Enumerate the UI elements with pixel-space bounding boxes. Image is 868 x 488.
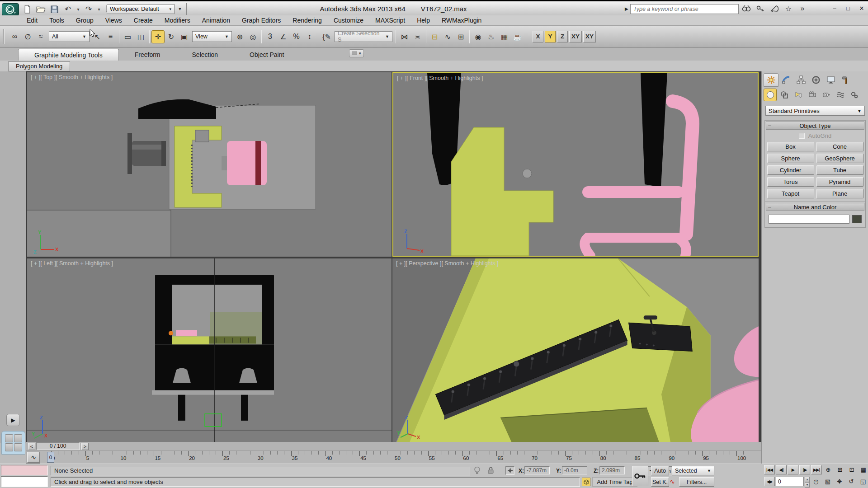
workspace-selector[interactable]: Workspace: Default ▾ (107, 4, 175, 14)
redo-dropdown-icon[interactable]: ▾ (97, 7, 101, 12)
menu-item[interactable]: Help (411, 15, 436, 26)
viewport-perspective[interactable]: [ + ][ Perspective ][ Smooth + Highlight… (392, 258, 759, 442)
track-bar[interactable]: ∿ 05101520253035404550556065707580859095… (26, 451, 761, 464)
viewport-front[interactable]: [ + ][ Front ][ Smooth + Highlights ] Z … (392, 72, 759, 257)
close-button[interactable]: ✕ (857, 4, 866, 13)
previous-frame-button[interactable]: ◀|| (776, 465, 787, 474)
frame-spinner[interactable]: ▲▼ (805, 477, 810, 486)
viewport-top[interactable]: [ + ][ Top ][ Smooth + Highlights ] Y X … (27, 72, 392, 257)
window-crossing-toggle-icon[interactable]: ◫ (134, 30, 147, 43)
subtab-lights[interactable] (792, 89, 805, 101)
go-to-start-button[interactable]: |◀◀ (764, 465, 775, 474)
workspace-menu-button[interactable]: ▼ (176, 5, 184, 13)
render-production-icon[interactable]: ☕ (511, 30, 524, 43)
pan-hand-icon[interactable]: ✥ (834, 477, 845, 486)
current-frame-indicator[interactable]: 0 (47, 452, 54, 463)
use-pivot-point-center-icon[interactable]: ⊕ (233, 30, 246, 43)
unlink-selection-icon[interactable]: ∅ (21, 30, 34, 43)
object-type-rollout-header[interactable]: – Object Type (766, 122, 864, 130)
menu-item[interactable]: MAXScript (369, 15, 411, 26)
select-by-name-icon[interactable]: ≡ (104, 30, 117, 43)
menu-item[interactable]: Animation (196, 15, 236, 26)
subtab-systems[interactable] (848, 89, 861, 101)
object-type-button[interactable]: Tube (816, 165, 863, 175)
communication-center-icon[interactable] (769, 3, 779, 14)
selection-lock-icon[interactable] (487, 466, 494, 476)
select-and-link-icon[interactable]: ∞ (8, 30, 21, 43)
filters-button[interactable]: Filters... (679, 477, 714, 487)
maxscript-macro-recorder-pane[interactable] (1, 465, 48, 475)
material-editor-icon[interactable]: ◉ (472, 30, 485, 43)
reference-coordinate-system-dropdown[interactable]: View ▼ (192, 31, 232, 42)
key-mode-toggle-button[interactable]: ◀▶ (764, 477, 775, 486)
search-icon[interactable] (741, 3, 751, 14)
maximize-viewport-toggle-icon[interactable]: ◱ (858, 477, 868, 486)
viewport-label-top[interactable]: [ + ][ Top ][ Smooth + Highlights ] (31, 74, 113, 80)
bind-to-space-warp-icon[interactable]: ≈ (34, 30, 47, 43)
menu-item[interactable]: Modifiers (159, 15, 196, 26)
subtab-geometry[interactable] (764, 89, 777, 101)
menu-item[interactable]: Edit (21, 15, 43, 26)
mini-curve-editor-button[interactable]: ∿ (27, 452, 40, 463)
x-coord-field[interactable]: -7.087m (524, 466, 550, 474)
current-frame-field[interactable]: 0 (776, 477, 804, 486)
menu-item[interactable]: Group (70, 15, 99, 26)
tab-modify[interactable] (778, 73, 793, 87)
select-and-move-icon[interactable]: ✛ (151, 30, 165, 43)
add-time-tag[interactable]: Add Time Tag (592, 477, 637, 487)
set-keys-button[interactable] (632, 466, 648, 486)
maxscript-listener-pane[interactable] (1, 476, 48, 487)
infocenter-search[interactable] (630, 4, 739, 14)
dock-expand-arrow-icon[interactable]: ▶ (6, 414, 20, 426)
auto-key-button[interactable]: Auto (651, 466, 669, 475)
zoom-extents-icon[interactable]: ⊡ (846, 465, 857, 474)
absolute-offset-mode-icon[interactable] (505, 466, 514, 475)
viewport-label-perspective[interactable]: [ + ][ Perspective ][ Smooth + Highlight… (396, 260, 499, 267)
favorites-star-icon[interactable]: ☆ (783, 3, 793, 14)
go-to-end-button[interactable]: ▶▶| (811, 465, 822, 474)
isolate-selection-icon[interactable] (474, 466, 481, 477)
play-button[interactable]: ▶ (788, 465, 798, 474)
orbit-icon[interactable]: ↺ (846, 477, 857, 486)
next-frame-button[interactable]: ||▶ (799, 465, 810, 474)
zoom-icon[interactable]: ⊕ (823, 465, 834, 474)
menu-item[interactable]: Customize (328, 15, 369, 26)
axis-constraint-button[interactable]: X (533, 31, 543, 42)
key-filter-dropdown[interactable]: Selected ▼ (672, 466, 714, 475)
time-slider-next-button[interactable]: > (81, 443, 89, 450)
tab-hierarchy[interactable] (793, 73, 808, 87)
angle-snap-toggle-icon[interactable]: ∠ (277, 30, 290, 43)
save-file-icon[interactable] (49, 4, 60, 14)
redo-icon[interactable]: ↷ (83, 4, 94, 14)
object-type-button[interactable]: GeoSphere (816, 154, 863, 163)
subtab-space-warps[interactable] (834, 89, 847, 101)
ribbon-tab[interactable]: Object Paint (234, 49, 300, 61)
toolbar-grip[interactable] (3, 29, 5, 44)
ribbon-tab[interactable]: Selection (176, 49, 234, 61)
adaptive-degradation-icon[interactable] (582, 478, 590, 486)
name-color-rollout-header[interactable]: – Name and Color (766, 203, 864, 211)
schematic-view-icon[interactable]: ⊞ (454, 30, 467, 43)
viewport-left[interactable]: [ + ][ Left ][ Smooth + Highlights ] Z Y… (27, 258, 392, 442)
region-zoom-icon[interactable]: ▧ (822, 477, 833, 486)
axis-constraint-button[interactable]: Z (557, 31, 568, 42)
application-menu-button[interactable] (2, 3, 19, 16)
layer-manager-icon[interactable]: ⊟ (428, 30, 441, 43)
align-icon[interactable]: ≍ (411, 30, 424, 43)
spinner-snap-toggle-icon[interactable]: ↕ (303, 30, 316, 43)
tab-create[interactable] (764, 73, 778, 87)
object-type-button[interactable]: Pyramid (816, 177, 863, 187)
selection-filter-dropdown[interactable]: All ▼ (49, 31, 90, 42)
snaps-toggle-icon[interactable]: 3 (264, 30, 277, 43)
track-bar-ruler[interactable]: 0510152025303540455055606570758085909510… (40, 451, 761, 464)
zoom-extents-all-icon[interactable]: ▦ (858, 465, 868, 474)
object-name-field[interactable] (769, 215, 849, 224)
ribbon-minimize-dropdown[interactable]: ▾ (342, 49, 364, 59)
object-type-button[interactable]: Plane (816, 189, 863, 198)
object-color-swatch[interactable] (852, 215, 862, 223)
curve-editor-icon[interactable]: ∿ (441, 30, 454, 43)
subtab-helpers[interactable] (820, 89, 833, 101)
more-toolbar-icon[interactable]: » (797, 3, 807, 14)
menu-item[interactable]: Create (128, 15, 159, 26)
time-slider-prev-button[interactable]: < (28, 443, 35, 450)
